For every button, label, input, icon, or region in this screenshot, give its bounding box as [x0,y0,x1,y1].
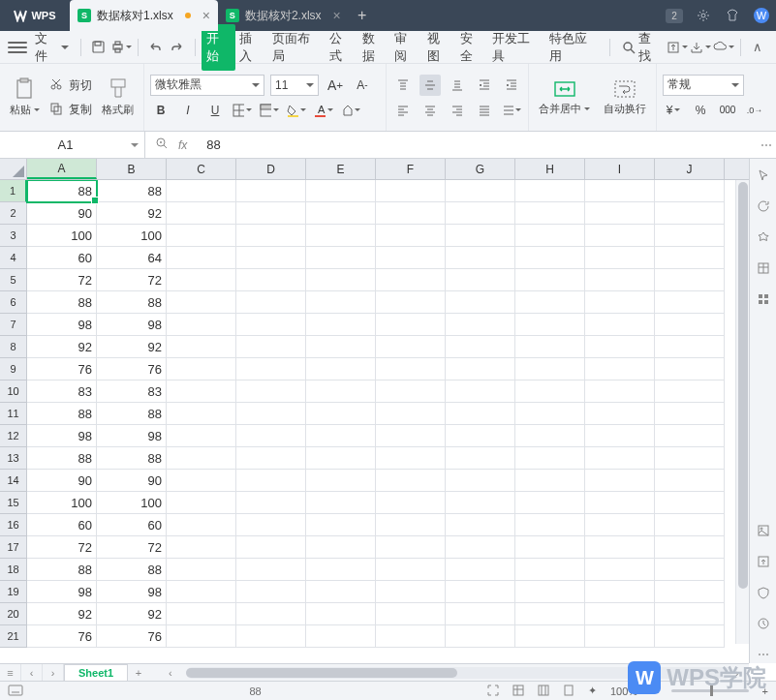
cell-style-icon[interactable] [259,100,280,121]
cell[interactable] [515,314,585,336]
cell[interactable]: 72 [97,536,167,559]
cell[interactable] [236,514,306,536]
row-header[interactable]: 12 [0,425,27,447]
cell[interactable] [306,380,376,403]
align-middle-icon[interactable] [419,75,441,96]
cell[interactable] [515,425,585,447]
export-icon[interactable] [690,37,711,58]
cell[interactable] [446,492,515,514]
row-header[interactable]: 9 [0,358,27,380]
italic-icon[interactable]: I [177,100,199,121]
cell[interactable] [515,380,585,403]
cell[interactable]: 83 [27,380,97,403]
cell[interactable] [655,625,725,648]
cell[interactable] [306,247,376,269]
format-painter-button[interactable]: 格式刷 [98,77,138,117]
cell[interactable] [236,581,306,603]
cell[interactable]: 64 [97,247,167,269]
cell[interactable] [446,625,515,648]
cell[interactable] [515,180,585,202]
cell[interactable] [655,492,725,514]
row-header[interactable]: 6 [0,291,27,314]
cell[interactable] [515,336,585,358]
cell[interactable] [446,470,515,492]
cell[interactable] [515,514,585,536]
cell[interactable] [236,470,306,492]
cell[interactable] [306,180,376,202]
hamburger-icon[interactable] [8,38,27,57]
align-bottom-icon[interactable] [447,75,468,96]
cell[interactable] [376,559,446,581]
orientation-icon[interactable] [501,100,522,121]
cell[interactable] [167,180,236,202]
cell[interactable] [376,625,446,648]
cell[interactable] [585,625,655,648]
cell[interactable] [585,514,655,536]
cell[interactable] [515,358,585,380]
tab-close-icon[interactable]: × [333,8,341,23]
cell[interactable] [376,225,446,247]
cell[interactable] [306,514,376,536]
cell[interactable]: 88 [27,447,97,470]
cell[interactable] [446,447,515,470]
zoom-value[interactable]: 100% [610,685,637,697]
cell[interactable]: 76 [27,625,97,648]
cell[interactable] [306,358,376,380]
cell[interactable]: 72 [27,269,97,291]
cell[interactable] [515,492,585,514]
read-mode-icon[interactable]: ✦ [588,685,597,697]
cell[interactable]: 92 [27,603,97,625]
cell[interactable] [446,336,515,358]
column-header[interactable]: J [655,159,725,179]
name-box[interactable]: A1 [0,132,145,158]
cell[interactable] [585,536,655,559]
wps-logo[interactable]: WPS [0,0,70,31]
cell[interactable] [585,603,655,625]
cell[interactable] [376,247,446,269]
cell[interactable]: 76 [97,358,167,380]
cell[interactable] [376,358,446,380]
cell[interactable] [515,447,585,470]
row-header[interactable]: 13 [0,447,27,470]
column-header[interactable]: I [585,159,655,179]
cell[interactable]: 90 [27,202,97,225]
cell[interactable] [655,514,725,536]
row-header[interactable]: 2 [0,202,27,225]
cell[interactable]: 100 [27,225,97,247]
cell[interactable] [167,291,236,314]
row-header[interactable]: 8 [0,336,27,358]
cell[interactable] [446,514,515,536]
cell[interactable] [376,269,446,291]
cell[interactable]: 98 [97,581,167,603]
cell[interactable] [655,180,725,202]
cell[interactable]: 100 [97,492,167,514]
cell[interactable] [585,358,655,380]
currency-icon[interactable]: ¥ [663,100,684,121]
justify-icon[interactable] [474,100,495,121]
cell[interactable] [655,247,725,269]
cell[interactable] [585,180,655,202]
cell[interactable] [236,536,306,559]
sheet-tab[interactable]: Sheet1 [64,664,128,681]
row-header[interactable]: 14 [0,470,27,492]
export-side-icon[interactable] [755,553,772,570]
cell[interactable] [376,403,446,425]
expand-fx-icon[interactable]: ⋯ [757,138,776,152]
cell[interactable] [515,269,585,291]
cell[interactable] [306,225,376,247]
cell[interactable] [376,492,446,514]
cell[interactable] [306,447,376,470]
cell[interactable] [306,625,376,648]
table-icon[interactable] [755,259,772,277]
cell[interactable]: 98 [97,314,167,336]
cell[interactable]: 88 [27,559,97,581]
row-header[interactable]: 10 [0,380,27,403]
column-header[interactable]: B [97,159,167,179]
increase-decimal-icon[interactable]: .0→ [744,100,765,121]
cell[interactable] [585,314,655,336]
refresh-icon[interactable] [755,198,772,215]
cell[interactable] [236,336,306,358]
column-header[interactable]: A [27,159,97,179]
cell[interactable] [306,559,376,581]
view-normal-icon[interactable] [512,685,524,698]
